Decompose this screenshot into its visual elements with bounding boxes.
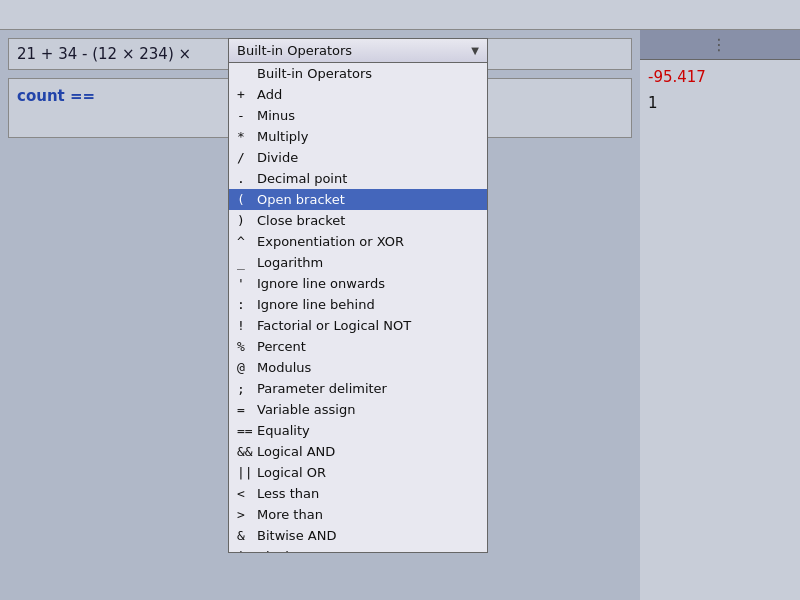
dropdown-item[interactable]: ==Equality bbox=[229, 420, 487, 441]
expression-text: 21 + 34 - (12 × 234) × bbox=[17, 45, 191, 63]
dropdown-item[interactable]: !Factorial or Logical NOT bbox=[229, 315, 487, 336]
dropdown-item-sym: > bbox=[237, 507, 257, 522]
dropdown-item-label: Equality bbox=[257, 423, 310, 438]
dropdown-item-sym: * bbox=[237, 129, 257, 144]
dropdown-item-sym: ; bbox=[237, 381, 257, 396]
dropdown-item[interactable]: (Open bracket bbox=[229, 189, 487, 210]
right-value-area: -95.417 1 bbox=[640, 60, 800, 600]
dropdown-item[interactable]: Built-in Operators bbox=[229, 63, 487, 84]
value-negative: -95.417 bbox=[648, 68, 792, 86]
dropdown-header[interactable]: Built-in Operators ▼ bbox=[228, 38, 488, 63]
dropdown-item-label: Bitwise OR bbox=[257, 549, 327, 553]
dropdown-item[interactable]: 'Ignore line onwards bbox=[229, 273, 487, 294]
dropdown-item-label: Ignore line onwards bbox=[257, 276, 385, 291]
code-text: count == bbox=[17, 87, 95, 105]
dropdown-item-sym: ^ bbox=[237, 234, 257, 249]
dropdown-item-label: Ignore line behind bbox=[257, 297, 375, 312]
dropdown-header-label: Built-in Operators bbox=[237, 43, 352, 58]
dropdown-item-sym: + bbox=[237, 87, 257, 102]
dropdown-item-label: Decimal point bbox=[257, 171, 347, 186]
dropdown-item[interactable]: *Multiply bbox=[229, 126, 487, 147]
dropdown-container: Built-in Operators ▼ Built-in Operators+… bbox=[228, 38, 488, 553]
dropdown-item-sym: . bbox=[237, 171, 257, 186]
dropdown-item[interactable]: +Add bbox=[229, 84, 487, 105]
dropdown-item[interactable]: ^Exponentiation or XOR bbox=[229, 231, 487, 252]
dropdown-item-label: More than bbox=[257, 507, 323, 522]
dropdown-item[interactable]: |Bitwise OR▶ bbox=[229, 546, 487, 553]
dropdown-item-sym: @ bbox=[237, 360, 257, 375]
dropdown-item[interactable]: @Modulus bbox=[229, 357, 487, 378]
dropdown-item-sym: _ bbox=[237, 255, 257, 270]
dropdown-item-sym: / bbox=[237, 150, 257, 165]
dropdown-item[interactable]: =Variable assign bbox=[229, 399, 487, 420]
dropdown-item-label: Variable assign bbox=[257, 402, 355, 417]
dropdown-item-sym: ( bbox=[237, 192, 257, 207]
three-dots-icon[interactable]: ⋮ bbox=[711, 35, 729, 54]
dropdown-item-label: Add bbox=[257, 87, 282, 102]
dropdown-list[interactable]: Built-in Operators+Add-Minus*Multiply/Di… bbox=[228, 63, 488, 553]
dropdown-item-sym: | bbox=[237, 549, 257, 553]
dropdown-item[interactable]: %Percent bbox=[229, 336, 487, 357]
dropdown-item-label: Close bracket bbox=[257, 213, 345, 228]
dropdown-arrow-icon: ▼ bbox=[471, 45, 479, 56]
top-bar bbox=[0, 0, 800, 30]
submenu-arrow-icon: ▶ bbox=[469, 549, 479, 553]
dropdown-item-label: Logarithm bbox=[257, 255, 323, 270]
value-positive: 1 bbox=[648, 94, 792, 112]
dropdown-item[interactable]: -Minus bbox=[229, 105, 487, 126]
dropdown-item[interactable]: :Ignore line behind bbox=[229, 294, 487, 315]
left-panel: 21 + 34 - (12 × 234) × count == Built-in… bbox=[0, 30, 640, 600]
dropdown-item[interactable]: &Bitwise AND bbox=[229, 525, 487, 546]
dropdown-item-label: Logical AND bbox=[257, 444, 335, 459]
dropdown-item-sym: % bbox=[237, 339, 257, 354]
dropdown-item-sym: ' bbox=[237, 276, 257, 291]
dropdown-item-label: Bitwise AND bbox=[257, 528, 336, 543]
right-panel: ⋮ -95.417 1 bbox=[640, 30, 800, 600]
dropdown-item-sym: : bbox=[237, 297, 257, 312]
dropdown-item-label: Factorial or Logical NOT bbox=[257, 318, 411, 333]
dropdown-item-label: Minus bbox=[257, 108, 295, 123]
dropdown-item-sym: ) bbox=[237, 213, 257, 228]
dropdown-item-sym: ! bbox=[237, 318, 257, 333]
dropdown-item-label: Exponentiation or XOR bbox=[257, 234, 404, 249]
main-area: 21 + 34 - (12 × 234) × count == Built-in… bbox=[0, 30, 800, 600]
dropdown-item-sym: & bbox=[237, 528, 257, 543]
dropdown-item[interactable]: <Less than bbox=[229, 483, 487, 504]
dropdown-item-label: Multiply bbox=[257, 129, 308, 144]
dropdown-item-sym: < bbox=[237, 486, 257, 501]
dropdown-item-label: Modulus bbox=[257, 360, 311, 375]
dropdown-item[interactable]: &&Logical AND bbox=[229, 441, 487, 462]
dropdown-item[interactable]: >More than bbox=[229, 504, 487, 525]
dropdown-item-sym: || bbox=[237, 465, 257, 480]
right-top-bar: ⋮ bbox=[640, 30, 800, 60]
dropdown-item-label: Percent bbox=[257, 339, 306, 354]
dropdown-item-sym: == bbox=[237, 423, 257, 438]
dropdown-item[interactable]: )Close bracket bbox=[229, 210, 487, 231]
dropdown-item[interactable]: /Divide bbox=[229, 147, 487, 168]
dropdown-item-label: Open bracket bbox=[257, 192, 345, 207]
dropdown-item-label: Divide bbox=[257, 150, 298, 165]
dropdown-item-sym: = bbox=[237, 402, 257, 417]
dropdown-item-label: Logical OR bbox=[257, 465, 326, 480]
dropdown-item-sym: && bbox=[237, 444, 257, 459]
dropdown-item-sym: - bbox=[237, 108, 257, 123]
dropdown-item[interactable]: _Logarithm bbox=[229, 252, 487, 273]
dropdown-item-label: Less than bbox=[257, 486, 319, 501]
dropdown-item-label: Parameter delimiter bbox=[257, 381, 387, 396]
dropdown-item-label: Built-in Operators bbox=[257, 66, 372, 81]
dropdown-item[interactable]: .Decimal point bbox=[229, 168, 487, 189]
dropdown-item[interactable]: ;Parameter delimiter bbox=[229, 378, 487, 399]
dropdown-item[interactable]: ||Logical OR bbox=[229, 462, 487, 483]
